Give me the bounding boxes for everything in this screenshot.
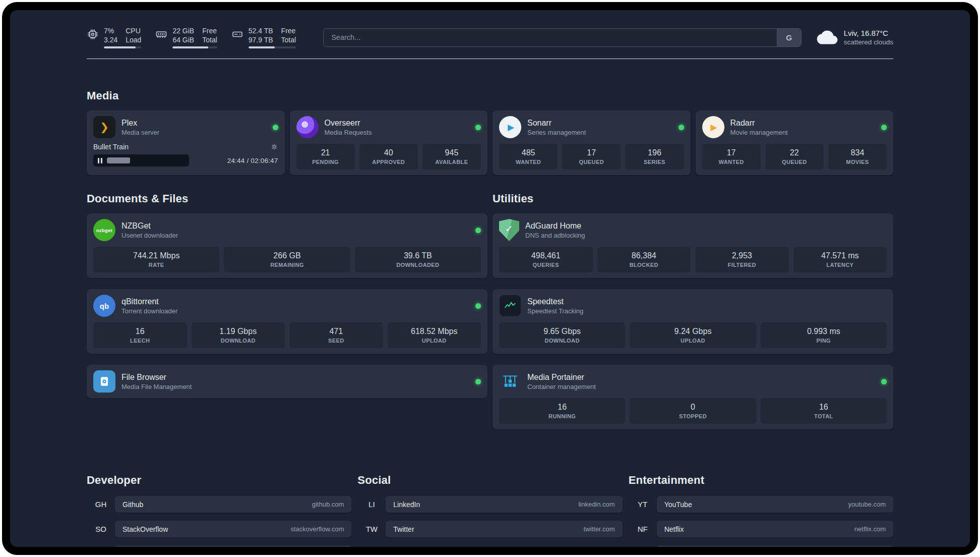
playback-time: 24:44 / 02:06:47 (227, 157, 278, 164)
stat-tile: 498,461 QUERIES (499, 247, 593, 272)
utilities-column: Utilities ✓ AdGuard Home DNS and adblock… (493, 192, 893, 440)
service-card-portainer[interactable]: Media Portainer Container management 16 … (493, 365, 893, 429)
search-provider-button[interactable]: G (777, 29, 801, 46)
service-subtitle: Container management (527, 382, 596, 391)
cpu-widget: 7% 3.24 CPU Load (87, 27, 141, 48)
bookmarks-grid: Developer GH Github github.com SO StackO… (87, 474, 893, 547)
pause-icon[interactable] (98, 158, 102, 163)
stat-value: 16 (763, 402, 885, 412)
bookmark-stackoverflow[interactable]: SO StackOverflow stackoverflow.com (87, 521, 351, 537)
bookmark-youtube[interactable]: YT YouTube youtube.com (629, 496, 893, 513)
stat-label: RATE (95, 261, 217, 269)
stat-label: DOWNLOAD (501, 337, 623, 345)
bookmark-domain: twitter.com (584, 525, 615, 533)
seek-bar[interactable] (93, 154, 189, 166)
stat-label: FILTERED (697, 261, 787, 269)
stat-label: UPLOAD (632, 337, 754, 345)
now-playing-title: Bullet Train (93, 143, 129, 151)
gear-icon[interactable] (270, 143, 278, 151)
service-name: Speedtest (527, 297, 583, 307)
memory-free-value: 22 GiB (172, 27, 194, 35)
stat-label: RUNNING (501, 413, 623, 420)
status-dot (679, 125, 684, 130)
bookmark-linkedin[interactable]: LI LinkedIn linkedin.com (357, 496, 622, 513)
stat-label: DOWNLOAD (194, 337, 283, 345)
service-subtitle: Torrent downloader (121, 307, 177, 315)
service-card-radarr[interactable]: ▶ Radarr Movie management 17 WANTED 22 Q… (696, 110, 894, 175)
cpu-usage-bar (104, 46, 141, 48)
stat-value: 618.52 Mbps (390, 326, 479, 337)
stat-tile: 47.571 ms LATENCY (793, 247, 887, 272)
stat-tile: 86,384 BLOCKED (597, 247, 691, 272)
status-dot (881, 125, 887, 130)
stat-value: 471 (291, 326, 381, 337)
weather-widget: Lviv, 16.87°C scattered clouds (817, 28, 893, 46)
service-card-plex[interactable]: ❯ Plex Media server Bullet Train (87, 110, 285, 175)
stat-value: 744.21 Mbps (95, 251, 217, 261)
disk-total-value: 97.9 TB (249, 36, 273, 44)
stat-tile: 485 WANTED (499, 144, 558, 170)
service-card-nzbget[interactable]: nzbget NZBGet Usenet downloader 744.21 M… (87, 213, 487, 278)
bookmark-twitter[interactable]: TW Twitter twitter.com (357, 521, 622, 537)
bookmark-reddit[interactable]: RE Reddit reddit.com (629, 545, 893, 547)
bookmark-github[interactable]: GH Github github.com (87, 496, 351, 513)
stat-label: BLOCKED (599, 261, 689, 269)
bookmark-name: Twitter (393, 525, 414, 533)
stat-value: 40 (361, 148, 416, 158)
stat-label: AVAILABLE (424, 158, 479, 166)
seek-fill (107, 157, 130, 163)
stat-value: 9.24 Gbps (632, 326, 754, 337)
stat-tile: 2,953 FILTERED (695, 247, 789, 272)
stat-tile: 834 MOVIES (828, 144, 887, 170)
stat-tile: 618.52 Mbps UPLOAD (388, 322, 481, 348)
stat-label: LATENCY (795, 261, 885, 269)
weather-location: Lviv, 16.87°C (844, 28, 893, 38)
bookmark-netflix[interactable]: NF Netflix netflix.com (629, 521, 893, 537)
stat-value: 47.571 ms (795, 251, 885, 261)
section-title-developer: Developer (87, 474, 351, 487)
bookmark-domain: youtube.com (848, 500, 886, 508)
bookmark-domain: netflix.com (854, 525, 886, 533)
window-bezel: 7% 3.24 CPU Load (2, 2, 978, 555)
bookmark-domain: github.com (312, 500, 344, 508)
search-input[interactable] (324, 29, 777, 46)
stat-value: 9.65 Gbps (501, 326, 623, 337)
cpu-percent: 7% (104, 27, 117, 35)
service-subtitle: Media server (121, 128, 159, 137)
service-card-adguard[interactable]: ✓ AdGuard Home DNS and adblocking 498,46… (493, 213, 893, 278)
cloud-icon (817, 29, 838, 46)
status-dot (475, 303, 481, 309)
bookmark-abbr: SO (87, 525, 115, 533)
sonarr-icon: ▶ (499, 116, 521, 138)
service-subtitle: DNS and adblocking (525, 231, 585, 240)
service-name: Overseerr (325, 118, 372, 128)
service-card-qbittorrent[interactable]: qb qBittorrent Torrent downloader 16 LEE… (87, 289, 487, 354)
stat-label: TOTAL (763, 413, 885, 420)
documents-column: Documents & Files nzbget NZBGet Usenet d… (87, 192, 487, 440)
now-playing-widget: Bullet Train 24:44 (93, 143, 278, 166)
bookmarks-developer: Developer GH Github github.com SO StackO… (87, 474, 351, 547)
memory-usage-bar-fill (172, 46, 208, 48)
bookmark-dev[interactable]: DT DEV dev.to (87, 545, 351, 547)
service-card-speedtest[interactable]: Speedtest Speedtest Tracking 9.65 Gbps D… (493, 289, 893, 354)
status-dot (273, 125, 278, 130)
stat-value: 39.6 TB (357, 251, 479, 261)
service-name: Radarr (730, 118, 788, 128)
memory-usage-bar (172, 46, 217, 48)
stat-label: APPROVED (361, 158, 416, 166)
stat-value: 17 (564, 148, 619, 158)
memory-label-top: Free (202, 27, 217, 35)
stat-label: MOVIES (830, 158, 885, 166)
radarr-icon: ▶ (702, 116, 724, 138)
service-card-sonarr[interactable]: ▶ Sonarr Series management 485 WANTED 17… (493, 110, 691, 175)
disk-free-value: 52.4 TB (249, 27, 273, 35)
dashboard-app: 7% 3.24 CPU Load (10, 10, 970, 547)
adguard-icon: ✓ (499, 219, 519, 241)
service-card-filebrowser[interactable]: File Browser Media File Management (87, 365, 487, 398)
stat-value: 0 (632, 402, 754, 412)
service-card-overseerr[interactable]: Overseerr Media Requests 21 PENDING 40 A… (290, 110, 488, 175)
bookmark-abbr: YT (629, 500, 657, 509)
weather-condition: scattered clouds (844, 38, 893, 46)
stat-label: DOWNLOADED (357, 261, 479, 269)
stat-tile: 1.19 Gbps DOWNLOAD (192, 322, 285, 348)
